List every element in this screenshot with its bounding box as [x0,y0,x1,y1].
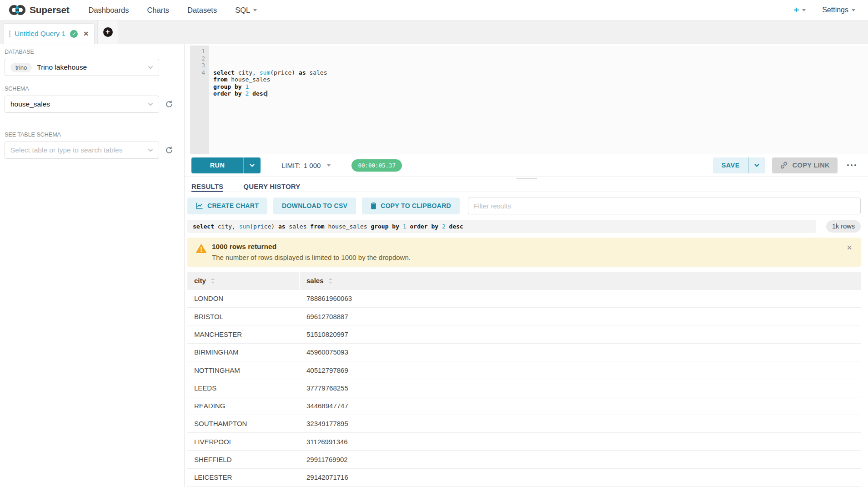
sales-cell: 40512797869 [300,366,861,374]
table-select[interactable]: Select table or type to search tables [5,142,159,159]
create-chart-label: CREATE CHART [207,202,259,209]
settings-menu[interactable]: Settings [822,6,855,14]
city-cell: LEICESTER [187,473,300,481]
chevron-down-icon [852,9,855,11]
main-split: DATABASE trino Trino lakehouse SCHEMA ho… [0,44,868,487]
limit-label: LIMIT: [281,162,300,169]
sql-editor[interactable]: 1234 select city, sum(price) as salesfro… [190,46,868,154]
results-table: city sales LONDON788861960063BRISTOL6961… [187,272,861,487]
gutter-line-number: 1 [190,48,205,55]
table-row: LEEDS37779768255 [187,379,861,397]
schema-label: SCHEMA [5,86,184,92]
column-header-city[interactable]: city [187,272,300,290]
download-csv-button[interactable]: DOWNLOAD TO CSV [273,198,356,214]
sql-editor-line[interactable]: group by 1 [213,83,868,91]
sales-cell: 45960075093 [300,348,861,356]
sales-cell: 788861960063 [300,294,861,302]
sort-icon [211,278,215,284]
chevron-down-icon [754,163,760,167]
chevron-down-icon [148,102,153,106]
save-button[interactable]: SAVE [713,157,748,173]
city-cell: NOTTINGHAM [187,366,300,374]
database-select-value: Trino lakehouse [37,63,143,71]
editor-code-area[interactable]: select city, sum(price) as salesfrom hou… [209,46,868,154]
sql-editor-line[interactable]: from house_sales [213,76,868,83]
nav-item-sql[interactable]: SQL [235,6,257,15]
table-row: LIVERPOOL31126991346 [187,433,861,451]
check-icon: ✓ [72,31,76,37]
table-row: SOUTHAMPTON32349177895 [187,415,861,433]
add-tab-button[interactable]: + [103,27,113,37]
tab-query-history[interactable]: QUERY HISTORY [243,182,300,192]
nav-item-datasets[interactable]: Datasets [187,6,217,15]
run-options-button[interactable] [243,157,261,173]
limit-dropdown[interactable]: LIMIT: 1 000 [281,162,331,169]
create-chart-button[interactable]: CREATE CHART [187,198,267,214]
copy-to-clipboard-button[interactable]: COPY TO CLIPBOARD [362,198,460,214]
download-csv-label: DOWNLOAD TO CSV [282,202,347,209]
table-row: LONDON788861960063 [187,290,861,308]
query-tab-bar: Untitled Query 1 ✓ ✕ + [0,20,868,44]
column-header-city-label: city [194,277,206,284]
drag-handle-icon[interactable] [9,30,10,32]
close-tab-button[interactable]: ✕ [83,30,89,37]
more-options-button[interactable] [844,163,859,167]
refresh-tables-icon[interactable] [165,146,173,154]
table-row: SHEFFIELD29911769902 [187,451,861,468]
row-count-badge: 1k rows [826,220,861,233]
query-tab-active[interactable]: Untitled Query 1 ✓ ✕ [4,23,95,44]
chart-icon [196,202,203,209]
save-options-button[interactable] [748,157,765,173]
warning-icon [196,244,206,254]
chevron-down-icon [802,9,806,11]
alert-title: 1000 rows returned [212,243,411,251]
sales-cell: 29142071716 [300,473,861,481]
tab-results[interactable]: RESULTS [191,182,223,192]
plus-icon: + [793,5,799,15]
nav-item-dashboards[interactable]: Dashboards [88,6,129,15]
table-row: MANCHESTER51510820997 [187,325,861,343]
results-pane: RESULTS QUERY HISTORY CREATE CHART DOWNL… [185,182,868,487]
sql-editor-line[interactable]: order by 2 desc [213,90,868,97]
results-table-header: city sales [187,272,861,290]
sql-lab-sidebar: DATABASE trino Trino lakehouse SCHEMA ho… [0,44,184,487]
schema-select[interactable]: house_sales [5,96,159,113]
superset-infinity-icon [8,4,26,16]
splitter-drag-handle[interactable] [516,178,537,181]
refresh-schemas-icon[interactable] [165,100,173,108]
city-cell: BRISTOL [187,313,300,320]
see-table-schema-label: SEE TABLE SCHEMA [5,132,184,138]
table-row: BRISTOL69612708887 [187,308,861,325]
sort-icon [328,278,333,284]
elapsed-timer-badge: 00:00:05.37 [351,159,402,172]
brand-name: Superset [30,5,69,15]
results-action-row: CREATE CHART DOWNLOAD TO CSV COPY TO CLI… [187,198,861,214]
chevron-down-icon [249,163,255,167]
limit-value: 1 000 [304,162,321,169]
chevron-down-icon [148,66,153,69]
database-select[interactable]: trino Trino lakehouse [5,59,159,76]
copy-link-button[interactable]: COPY LINK [772,157,838,173]
sales-cell: 32349177895 [300,420,861,427]
gutter-line-number: 2 [190,55,205,62]
superset-logo[interactable]: Superset [8,4,69,16]
run-button[interactable]: RUN [191,157,243,173]
new-item-button[interactable]: + [793,5,806,15]
pane-splitter [185,177,868,182]
alert-text: 1000 rows returned The number of rows di… [212,243,411,261]
filter-results-input[interactable] [468,198,861,214]
nav-item-charts[interactable]: Charts [147,6,169,15]
sql-editor-line[interactable]: select city, sum(price) as sales [213,69,868,76]
clipboard-icon [371,202,376,209]
query-success-icon: ✓ [70,30,78,38]
sales-cell: 31126991346 [300,438,861,446]
column-header-sales[interactable]: sales [300,272,861,290]
nav-item-sql-label: SQL [235,6,250,15]
copy-to-clipboard-label: COPY TO CLIPBOARD [381,202,451,209]
editor-pane: 1234 select city, sum(price) as salesfro… [184,44,868,487]
close-alert-button[interactable]: ✕ [847,244,852,251]
chevron-down-icon [253,9,257,11]
gutter-line-number: 4 [190,69,205,76]
city-cell: LIVERPOOL [187,438,300,446]
gutter-line-number: 3 [190,62,205,69]
